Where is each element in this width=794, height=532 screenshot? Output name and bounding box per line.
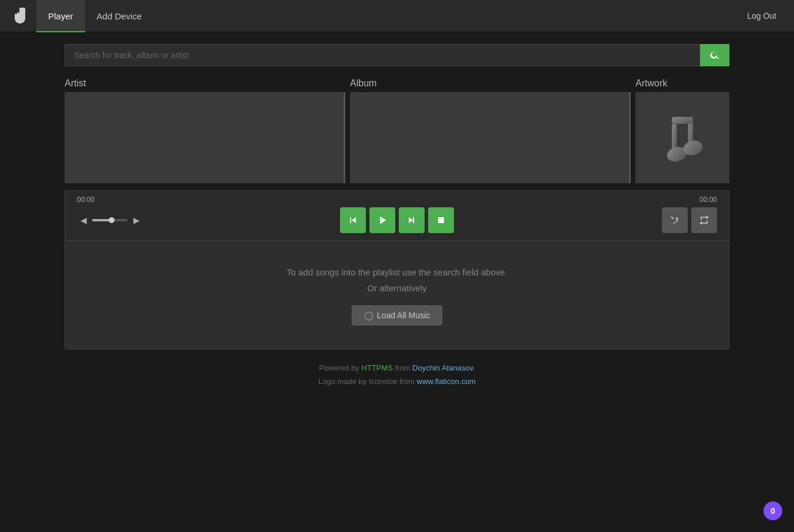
footer-line2: Logo made by Iconnice from www.flaticon.… [76,375,718,388]
album-list[interactable] [350,92,631,183]
load-icon: ◯ [364,311,374,320]
play-button[interactable] [369,207,395,233]
search-button[interactable] [700,44,729,66]
panels-row: Artist Album Artwork [65,78,729,183]
artwork-label: Artwork [635,78,729,89]
shuffle-icon [669,214,681,226]
tab-add-device[interactable]: Add Device [85,0,154,32]
prev-icon [347,214,359,226]
album-label: Album [350,78,631,89]
corner-badge: 0 [763,501,782,520]
flaticon-link[interactable]: www.flaticon.com [417,377,476,386]
footer-line1: Powered by HTTPMS from Doychin Atanasov. [76,361,718,375]
main-content: Artist Album Artwork [0,32,794,412]
artist-label: Artist [65,78,345,89]
player-section: 00:00 00:00 ◀ ▶ [65,190,729,349]
stop-icon [435,214,447,226]
music-note-icon [647,103,718,173]
shuffle-button[interactable] [662,207,688,233]
logout-button[interactable]: Log Out [735,0,788,32]
play-icon [376,214,389,227]
time-end: 00:00 [699,196,717,204]
tab-player[interactable]: Player [36,0,85,32]
footer: Powered by HTTPMS from Doychin Atanasov.… [65,349,729,400]
svg-rect-2 [672,117,693,124]
time-start: 00:00 [77,196,95,204]
player-timeline: 00:00 00:00 [65,191,729,207]
search-bar [65,44,729,66]
hand-svg [9,6,28,25]
stop-button[interactable] [428,207,454,233]
volume-up-icon[interactable]: ▶ [130,214,143,227]
playlist-area: To add songs into the playlist use the s… [65,240,729,349]
prev-button[interactable] [340,207,366,233]
httpms-link[interactable]: HTTPMS [361,363,392,372]
author-link[interactable]: Doychin Atanasov. [412,363,475,372]
player-controls: ◀ ▶ [65,207,729,240]
repeat-button[interactable] [691,207,717,233]
playlist-hint: To add songs into the playlist use the s… [77,264,717,296]
load-music-button[interactable]: ◯ Load All Music [352,305,442,325]
album-panel: Album [350,78,631,183]
artwork-box [635,92,729,183]
from-text: from [393,363,412,372]
volume-slider[interactable] [92,219,127,221]
search-input[interactable] [65,44,700,66]
artist-panel: Artist [65,78,345,183]
artwork-panel: Artwork [635,78,729,183]
next-button[interactable] [399,207,425,233]
load-music-label: Load All Music [377,311,430,320]
hint-line1: To add songs into the playlist use the s… [77,264,717,280]
volume-thumb [109,217,115,223]
repeat-icon [698,214,710,226]
search-icon [709,50,720,60]
logo-made-text: Logo made by Iconnice from [318,377,417,386]
volume-down-icon[interactable]: ◀ [77,214,90,227]
volume-area: ◀ ▶ [77,214,143,227]
logo-icon[interactable] [6,3,32,29]
extra-controls [662,207,717,233]
powered-by-text: Powered by [319,363,361,372]
artist-list[interactable] [65,92,345,183]
next-icon [406,214,418,226]
navbar: Player Add Device Log Out [0,0,794,32]
hint-line2: Or alternatively [77,280,717,296]
